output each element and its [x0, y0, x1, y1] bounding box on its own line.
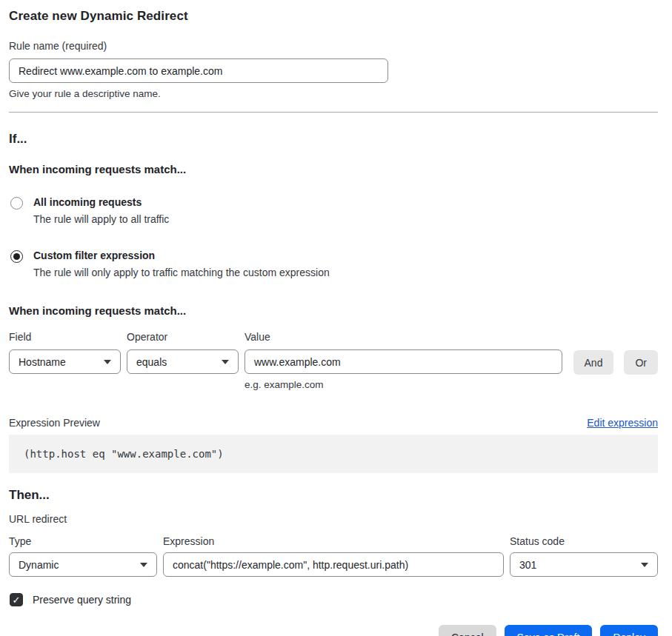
- radio-texts: All incoming requests The rule will appl…: [33, 196, 169, 225]
- radio-label-custom-filter: Custom filter expression: [33, 250, 330, 261]
- redirect-config-row: Type Dynamic Expression Status code 301: [9, 535, 658, 577]
- radio-dot: [13, 200, 20, 207]
- type-select[interactable]: Dynamic: [9, 552, 157, 577]
- cancel-button[interactable]: Cancel: [439, 625, 496, 636]
- deploy-button[interactable]: Deploy: [600, 625, 658, 636]
- radio-texts: Custom filter expression The rule will o…: [33, 250, 330, 278]
- url-redirect-label: URL redirect: [9, 513, 658, 525]
- create-redirect-form: Create new Dynamic Redirect Rule name (r…: [9, 0, 658, 636]
- operator-select-value: equals: [136, 356, 167, 368]
- operator-label: Operator: [127, 331, 239, 343]
- radio-option-custom-filter[interactable]: Custom filter expression The rule will o…: [9, 250, 658, 278]
- status-code-column: Status code 301: [510, 535, 658, 577]
- condition-row: Field Hostname Operator equals Value e.g…: [9, 331, 658, 390]
- radio-dot: [13, 253, 20, 260]
- expression-preview-code: (http.host eq "www.example.com"): [9, 435, 658, 473]
- value-input[interactable]: [244, 349, 562, 374]
- then-heading: Then...: [9, 488, 658, 503]
- or-button[interactable]: Or: [624, 350, 658, 375]
- preserve-query-checkbox[interactable]: ✓: [10, 593, 23, 606]
- radio-button-all-requests[interactable]: [10, 197, 23, 210]
- rule-name-help: Give your rule a descriptive name.: [9, 88, 658, 99]
- expression-input[interactable]: [163, 552, 504, 577]
- preserve-query-label: Preserve query string: [33, 594, 131, 606]
- operator-select[interactable]: equals: [127, 349, 239, 374]
- rule-name-input[interactable]: [9, 58, 388, 83]
- chevron-down-icon: [641, 563, 648, 567]
- section-divider: [9, 112, 658, 113]
- radio-description-custom-filter: The rule will only apply to traffic matc…: [33, 267, 330, 278]
- type-select-value: Dynamic: [19, 559, 59, 571]
- if-heading: If...: [9, 132, 658, 147]
- condition-heading: When incoming requests match...: [9, 304, 658, 317]
- radio-button-custom-filter[interactable]: [10, 250, 23, 263]
- expression-label: Expression: [163, 535, 504, 547]
- field-select-value: Hostname: [19, 356, 66, 368]
- expression-preview-label: Expression Preview: [9, 417, 100, 429]
- status-code-select-value: 301: [519, 559, 536, 571]
- chevron-down-icon: [140, 563, 147, 567]
- expression-preview-header: Expression Preview Edit expression: [9, 417, 658, 429]
- radio-description-all-requests: The rule will apply to all traffic: [33, 213, 169, 225]
- chevron-down-icon: [222, 360, 229, 364]
- page-title: Create new Dynamic Redirect: [9, 9, 658, 24]
- check-icon: ✓: [13, 595, 21, 605]
- status-code-label: Status code: [510, 535, 658, 547]
- radio-label-all-requests: All incoming requests: [33, 196, 169, 208]
- and-button[interactable]: And: [573, 350, 614, 375]
- field-column: Field Hostname: [9, 331, 121, 374]
- match-heading: When incoming requests match...: [9, 163, 658, 175]
- rule-name-label: Rule name (required): [9, 40, 658, 52]
- match-scope-radio-group: All incoming requests The rule will appl…: [9, 196, 658, 278]
- save-as-draft-button[interactable]: Save as Draft: [505, 625, 593, 636]
- value-help: e.g. example.com: [244, 379, 562, 390]
- value-column: Value e.g. example.com: [244, 331, 562, 390]
- chevron-down-icon: [104, 360, 111, 364]
- value-label: Value: [244, 331, 562, 343]
- edit-expression-link[interactable]: Edit expression: [587, 417, 658, 429]
- type-label: Type: [9, 535, 157, 547]
- rule-name-group: Rule name (required) Give your rule a de…: [9, 40, 658, 99]
- expression-column: Expression: [163, 535, 504, 577]
- field-select[interactable]: Hostname: [9, 349, 121, 374]
- type-column: Type Dynamic: [9, 535, 157, 577]
- field-label: Field: [9, 331, 121, 343]
- footer-actions: Cancel Save as Draft Deploy: [9, 625, 658, 636]
- status-code-select[interactable]: 301: [510, 552, 658, 577]
- radio-option-all-requests[interactable]: All incoming requests The rule will appl…: [9, 196, 658, 225]
- operator-column: Operator equals: [127, 331, 239, 374]
- preserve-query-row[interactable]: ✓ Preserve query string: [9, 593, 658, 606]
